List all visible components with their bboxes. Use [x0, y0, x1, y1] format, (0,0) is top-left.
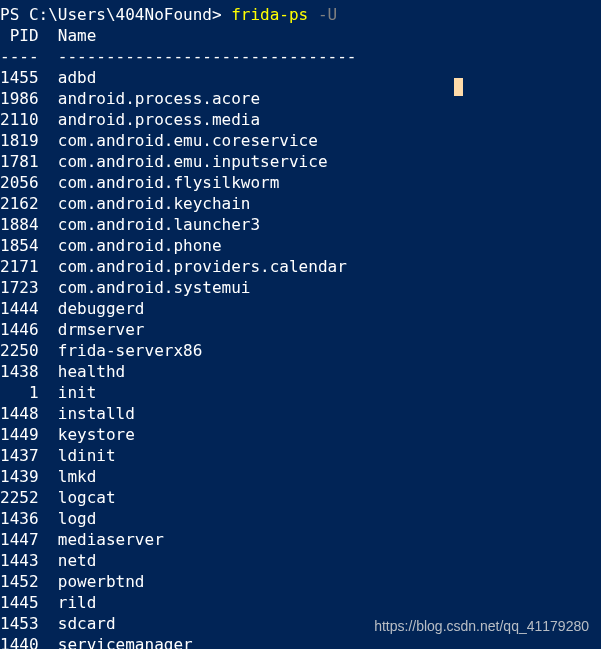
pid-cell: 1438	[0, 361, 39, 382]
table-row: 1 init	[0, 382, 601, 403]
table-row: 1444 debuggerd	[0, 298, 601, 319]
name-cell: lmkd	[58, 466, 97, 487]
pid-cell: 2162	[0, 193, 39, 214]
pid-cell: 2056	[0, 172, 39, 193]
table-row: 1445 rild	[0, 592, 601, 613]
table-row: 2250 frida-serverx86	[0, 340, 601, 361]
table-row: 1447 mediaserver	[0, 529, 601, 550]
name-cell: com.android.emu.inputservice	[58, 151, 328, 172]
table-row: 1819 com.android.emu.coreservice	[0, 130, 601, 151]
name-cell: sdcard	[58, 613, 116, 634]
name-cell: com.android.providers.calendar	[58, 256, 347, 277]
table-row: 1443 netd	[0, 550, 601, 571]
table-row: 1438 healthd	[0, 361, 601, 382]
pid-cell: 1440	[0, 634, 39, 649]
header-pid: PID	[0, 26, 39, 45]
table-row: 1448 installd	[0, 403, 601, 424]
table-row: 2252 logcat	[0, 487, 601, 508]
table-row: 1452 powerbtnd	[0, 571, 601, 592]
table-row: 1449 keystore	[0, 424, 601, 445]
process-list: 1455 adbd1986 android.process.acore2110 …	[0, 67, 601, 649]
pid-cell: 1781	[0, 151, 39, 172]
pid-cell: 1854	[0, 235, 39, 256]
name-cell: com.android.systemui	[58, 277, 251, 298]
table-row: 1446 drmserver	[0, 319, 601, 340]
name-cell: installd	[58, 403, 135, 424]
divider-name: -------------------------------	[58, 47, 357, 66]
name-cell: com.android.launcher3	[58, 214, 260, 235]
prompt-line: PS C:\Users\404NoFound> frida-ps -U	[0, 4, 601, 25]
pid-cell: 2250	[0, 340, 39, 361]
name-cell: adbd	[58, 67, 97, 88]
name-cell: keystore	[58, 424, 135, 445]
pid-cell: 1446	[0, 319, 39, 340]
table-row: 1986 android.process.acore	[0, 88, 601, 109]
pid-cell: 1445	[0, 592, 39, 613]
pid-cell: 1439	[0, 466, 39, 487]
name-cell: rild	[58, 592, 97, 613]
pid-cell: 1986	[0, 88, 39, 109]
name-cell: com.android.emu.coreservice	[58, 130, 318, 151]
name-cell: healthd	[58, 361, 125, 382]
pid-cell: 1819	[0, 130, 39, 151]
table-header: PID Name	[0, 25, 601, 46]
text-cursor	[454, 78, 463, 96]
table-row: 1439 lmkd	[0, 466, 601, 487]
table-row: 1455 adbd	[0, 67, 601, 88]
pid-cell: 1444	[0, 298, 39, 319]
name-cell: debuggerd	[58, 298, 145, 319]
pid-cell: 2171	[0, 256, 39, 277]
name-cell: android.process.acore	[58, 88, 260, 109]
prompt-path: PS C:\Users\404NoFound>	[0, 5, 231, 24]
name-cell: netd	[58, 550, 97, 571]
name-cell: android.process.media	[58, 109, 260, 130]
name-cell: logcat	[58, 487, 116, 508]
name-cell: drmserver	[58, 319, 145, 340]
table-row: 1436 logd	[0, 508, 601, 529]
pid-cell: 1452	[0, 571, 39, 592]
name-cell: ldinit	[58, 445, 116, 466]
table-row: 1723 com.android.systemui	[0, 277, 601, 298]
table-row: 1437 ldinit	[0, 445, 601, 466]
pid-cell: 1449	[0, 424, 39, 445]
table-row: 2171 com.android.providers.calendar	[0, 256, 601, 277]
name-cell: mediaserver	[58, 529, 164, 550]
table-row: 1854 com.android.phone	[0, 235, 601, 256]
pid-cell: 1	[0, 382, 39, 403]
watermark: https://blog.csdn.net/qq_41179280	[374, 616, 589, 637]
prompt-command: frida-ps	[231, 5, 308, 24]
pid-cell: 2110	[0, 109, 39, 130]
header-name: Name	[58, 26, 97, 45]
prompt-flag: -U	[308, 5, 337, 24]
name-cell: powerbtnd	[58, 571, 145, 592]
pid-cell: 1453	[0, 613, 39, 634]
divider-pid: ----	[0, 47, 39, 66]
pid-cell: 2252	[0, 487, 39, 508]
pid-cell: 1443	[0, 550, 39, 571]
name-cell: servicemanager	[58, 634, 193, 649]
table-row: 2162 com.android.keychain	[0, 193, 601, 214]
pid-cell: 1437	[0, 445, 39, 466]
table-divider: ---- -------------------------------	[0, 46, 601, 67]
pid-cell: 1723	[0, 277, 39, 298]
pid-cell: 1436	[0, 508, 39, 529]
table-row: 1884 com.android.launcher3	[0, 214, 601, 235]
table-row: 2056 com.android.flysilkworm	[0, 172, 601, 193]
name-cell: com.android.phone	[58, 235, 222, 256]
name-cell: com.android.keychain	[58, 193, 251, 214]
pid-cell: 1884	[0, 214, 39, 235]
pid-cell: 1448	[0, 403, 39, 424]
name-cell: com.android.flysilkworm	[58, 172, 280, 193]
name-cell: frida-serverx86	[58, 340, 203, 361]
name-cell: logd	[58, 508, 97, 529]
pid-cell: 1455	[0, 67, 39, 88]
name-cell: init	[58, 382, 97, 403]
pid-cell: 1447	[0, 529, 39, 550]
table-row: 2110 android.process.media	[0, 109, 601, 130]
table-row: 1781 com.android.emu.inputservice	[0, 151, 601, 172]
